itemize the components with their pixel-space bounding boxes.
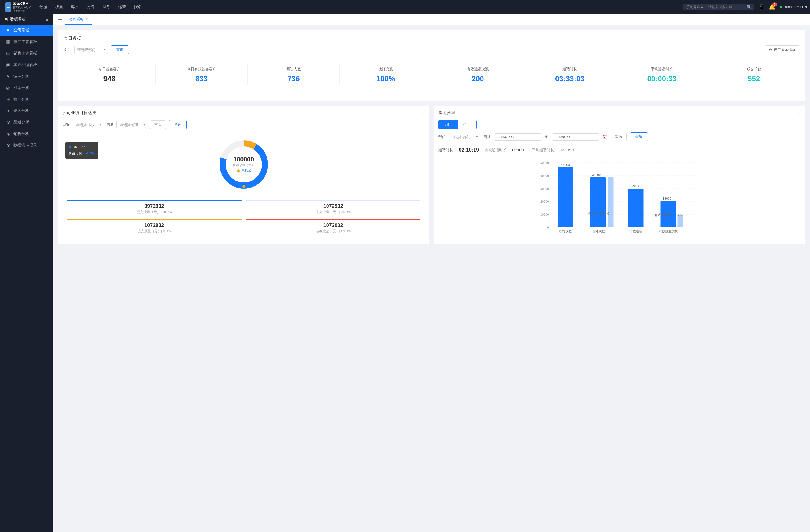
sidebar-section-label: 数据看板 xyxy=(10,17,26,22)
legend-bar xyxy=(246,219,421,220)
comm-query-button[interactable]: 查询 xyxy=(630,132,648,142)
svg-text:有效接通率：70.9%: 有效接通率：70.9% xyxy=(654,213,682,217)
settings-button[interactable]: ⚙ 设置显示指标 xyxy=(765,45,800,54)
dept-select[interactable]: 请选择部门 xyxy=(74,46,108,54)
period-select[interactable]: 请选择周期 xyxy=(116,121,147,129)
user-info[interactable]: manager11 ▾ xyxy=(780,5,807,9)
sidebar-item-推广分析[interactable]: ⊞推广分析 xyxy=(0,94,53,105)
svg-text:30000: 30000 xyxy=(540,187,549,190)
performance-panel: 公司业绩目标达成 ⤢ 目标 请选择目标 周期 请选择 xyxy=(58,106,430,244)
sidebar-item-label: 客户经理看板 xyxy=(14,63,37,67)
comm-stats-row: 通话时长 02:10:19 有效通话时长 02:10:19 平均通话时长 02:… xyxy=(438,145,801,155)
sidebar-item-推广主管看板[interactable]: ▦推广主管看板 xyxy=(0,36,53,48)
settings-icon: ⚙ xyxy=(769,48,772,52)
search-type-select[interactable]: 手机号码 xyxy=(685,5,704,9)
stat-label: 今日有效首咨客户 xyxy=(160,67,243,72)
logo-icon: ☁ xyxy=(5,2,11,12)
svg-text:0: 0 xyxy=(547,226,549,229)
notification-badge: 5 xyxy=(772,2,777,7)
target-select[interactable]: 请选择目标 xyxy=(72,121,103,129)
svg-text:接通率：70.9%: 接通率：70.9% xyxy=(588,212,609,215)
search-icon[interactable]: 🔍 xyxy=(747,5,751,9)
legend-item: 1072932 超额完成（元）| 89.9% xyxy=(246,219,421,234)
search-input[interactable] xyxy=(709,5,745,9)
sidebar-item-公司看板[interactable]: ■公司看板 xyxy=(0,25,53,36)
tab-bar-toggle-icon[interactable]: ☰ xyxy=(58,17,62,22)
comm-reset-button[interactable]: 重置 xyxy=(611,133,627,141)
comm-expand-icon[interactable]: ⤢ xyxy=(798,111,801,115)
comm-dept-select[interactable]: 请选择部门 xyxy=(449,133,480,141)
comm-date-to[interactable] xyxy=(552,133,599,140)
avg-talk-value: 02:10:19 xyxy=(560,148,574,152)
stat-label: 成交单数 xyxy=(713,67,795,72)
comm-date-from[interactable] xyxy=(494,133,541,140)
sidebar-item-label: 公司看板 xyxy=(14,28,29,33)
sidebar-item-客户经理看板[interactable]: ▣客户经理看板 xyxy=(0,59,53,70)
sidebar-item-销售分析[interactable]: ◈销售分析 xyxy=(0,128,53,139)
eff-talk-value: 02:10:19 xyxy=(512,148,526,152)
svg-text:43000: 43000 xyxy=(561,163,570,166)
nav-item-公海[interactable]: 公海 xyxy=(87,3,95,11)
stat-value: 552 xyxy=(713,74,795,83)
nav-item-数据[interactable]: 数据 xyxy=(39,3,47,11)
stat-label: 有效通话次数 xyxy=(437,67,519,72)
sidebar-item-label: 销售主管看板 xyxy=(14,51,37,56)
search-box[interactable]: 手机号码 | 🔍 xyxy=(683,4,754,11)
stat-value: 948 xyxy=(68,74,151,83)
stat-card-通话时长: 通话时长03:33:03 xyxy=(524,64,616,85)
legend-bar xyxy=(67,200,242,201)
perf-panel-title: 公司业绩目标达成 xyxy=(62,110,96,116)
stat-value: 833 xyxy=(160,74,243,83)
svg-text:50000: 50000 xyxy=(540,161,549,165)
donut-center-label: 目标总量（元） xyxy=(233,163,255,167)
sidebar-item-渠道分析[interactable]: ⊙渠道分析 xyxy=(0,116,53,128)
sidebar-collapse-icon[interactable]: ▲ xyxy=(45,17,49,22)
tab-close-icon[interactable]: ✕ xyxy=(85,17,88,21)
date-separator: 至 xyxy=(545,134,549,139)
avg-talk-label: 平均通话时长 xyxy=(532,148,554,153)
stat-value: 736 xyxy=(252,74,335,83)
comm-tab-个人[interactable]: 个人 xyxy=(458,120,477,129)
tab-company-dashboard[interactable]: 公司看板 ✕ xyxy=(65,15,92,25)
perf-legend: 8972932 已完成量（元）| 70.9% 1072932 未完成量（元）| … xyxy=(62,200,425,234)
nav-item-客户[interactable]: 客户 xyxy=(71,3,79,11)
logo: ☁ 云朵CRM 教育机构·一站式服务云平台 xyxy=(3,1,34,13)
sidebar-item-访客分析[interactable]: ♦访客分析 xyxy=(0,105,53,116)
perf-reset-button[interactable]: 重置 xyxy=(150,120,166,129)
notification-icon[interactable]: 🔔 5 xyxy=(769,4,775,10)
sidebar-item-漏斗分析[interactable]: ⊽漏斗分析 xyxy=(0,70,53,82)
stat-card-平均通话时长: 平均通话时长00:00:33 xyxy=(616,64,708,85)
nav-item-财务[interactable]: 财务 xyxy=(102,3,110,11)
comm-tab-部门[interactable]: 部门 xyxy=(438,120,458,129)
nav-item-线索[interactable]: 线索 xyxy=(55,3,63,11)
nav-item-报名[interactable]: 报名 xyxy=(134,3,142,11)
stat-value: 00:00:33 xyxy=(620,74,703,83)
sidebar-item-成本分析[interactable]: ◎成本分析 xyxy=(0,82,53,94)
sidebar-icon: ⊞ xyxy=(6,97,11,102)
sidebar-item-数据流转记录[interactable]: ⊗数据流转记录 xyxy=(0,139,53,151)
svg-text:29000: 29000 xyxy=(631,184,640,188)
calendar-icon[interactable]: 📅 xyxy=(603,135,608,139)
nav-item-运营[interactable]: 运营 xyxy=(118,3,126,11)
legend-desc: 已完成量（元）| 70.9% xyxy=(67,210,242,215)
sidebar-item-销售主管看板[interactable]: ▤销售主管看板 xyxy=(0,48,53,59)
sidebar-header: ⊞ 数据看板 ▲ xyxy=(0,14,53,25)
stat-label: 今日首咨客户 xyxy=(68,67,151,72)
perf-query-button[interactable]: 查询 xyxy=(169,120,187,129)
sidebar-icon: ⊙ xyxy=(6,119,11,125)
sidebar-icon: ⊗ xyxy=(6,143,11,148)
today-query-button[interactable]: 查询 xyxy=(111,45,129,54)
svg-rect-19 xyxy=(590,178,606,227)
svg-rect-24 xyxy=(628,189,644,227)
svg-text:有效通话: 有效通话 xyxy=(630,230,642,233)
stat-label: 回访人数 xyxy=(252,67,335,72)
dept-label: 部门 xyxy=(64,47,71,52)
target-label: 目标 xyxy=(62,122,70,127)
sidebar-item-label: 销售分析 xyxy=(14,131,29,136)
legend-value: 8972932 xyxy=(67,203,242,209)
sidebar-icon: ⊽ xyxy=(6,74,11,79)
device-icon[interactable]: 📱 xyxy=(758,4,764,10)
tab-label: 公司看板 xyxy=(69,17,84,22)
svg-text:40000: 40000 xyxy=(540,174,549,178)
perf-expand-icon[interactable]: ⤢ xyxy=(422,111,425,115)
